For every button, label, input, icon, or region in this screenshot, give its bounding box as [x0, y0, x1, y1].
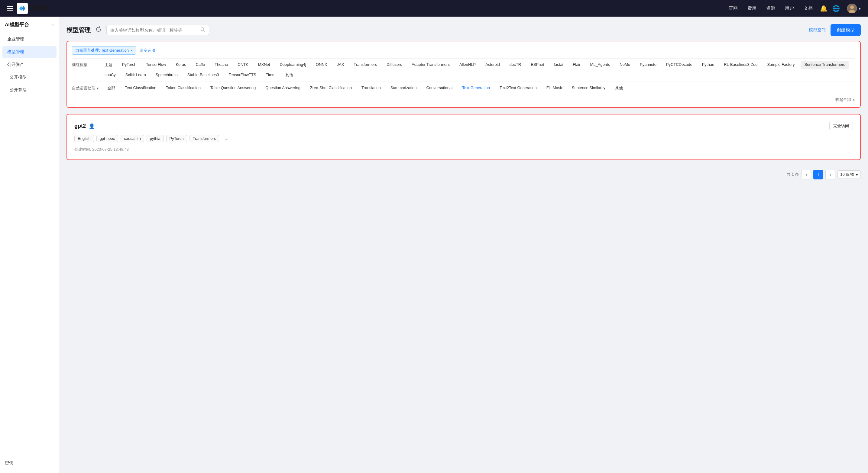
filter-tag-nlp[interactable]: Translation [358, 84, 384, 92]
filter-tag-framework[interactable]: Pythae [699, 61, 718, 69]
model-created-time: 创建时间: 2023-07-25 18:48:43 [74, 147, 853, 152]
filter-tag-framework[interactable]: Transformers [350, 61, 380, 69]
filter-tag-framework[interactable]: spaCy [101, 71, 119, 79]
nlp-arrow-icon: ▾ [97, 86, 99, 91]
filter-tag-framework[interactable]: Theano [211, 61, 231, 69]
filter-tag-framework[interactable]: Speechbrain [152, 71, 181, 79]
filter-tag-framework[interactable]: Pyannote [636, 61, 660, 69]
nav-docs[interactable]: 文档 [804, 5, 813, 11]
filter-tag-nlp[interactable]: 其他 [612, 84, 626, 92]
sidebar-item-public-models[interactable]: 公开模型 [2, 72, 57, 83]
sidebar-item-enterprise[interactable]: 企业管理 [2, 34, 57, 45]
active-filter-close-icon[interactable]: × [130, 48, 133, 53]
collapse-all-label: 收起全部 [835, 97, 851, 102]
hamburger-menu[interactable] [7, 6, 13, 10]
sidebar-item-model-management[interactable]: 模型管理 [2, 46, 57, 58]
model-tag: gpt-neox [96, 135, 119, 142]
pagination-page-1[interactable]: 1 [813, 170, 823, 179]
filter-tag-nlp[interactable]: Table Question Answering [207, 84, 259, 92]
filter-tag-framework[interactable]: MXNet [254, 61, 274, 69]
filter-tag-framework[interactable]: Flair [569, 61, 584, 69]
filter-tag-framework[interactable]: CNTK [234, 61, 252, 69]
filter-tag-nlp[interactable]: 全部 [104, 84, 119, 92]
create-model-button[interactable]: 创建模型 [831, 24, 861, 36]
filter-tag-nlp[interactable]: Text2Text Generation [496, 84, 540, 92]
filter-tag-framework[interactable]: ESPnet [527, 61, 548, 69]
filter-tag-framework[interactable]: Asteroid [482, 61, 503, 69]
clear-filters-button[interactable]: 清空选项 [140, 48, 155, 53]
notification-icon[interactable]: 🔔 [820, 5, 828, 12]
filter-tag-nlp[interactable]: Question Answering [262, 84, 304, 92]
refresh-button[interactable] [95, 26, 101, 34]
filter-label-framework: 训练框架 [72, 61, 96, 68]
filter-tag-nlp[interactable]: Fill-Mask [543, 84, 566, 92]
filter-tag-framework[interactable]: ML_Agents [587, 61, 614, 69]
nav-official-site[interactable]: 官网 [729, 5, 738, 11]
filter-tag-framework[interactable]: docTR [506, 61, 525, 69]
filter-tag-framework[interactable]: fastai [550, 61, 567, 69]
model-tag: PyTorch [166, 135, 187, 142]
top-navigation: 大装置 官网 费用 资源 用户 文档 🔔 🌐 ▾ [0, 0, 868, 17]
filter-tag-framework[interactable]: TensorFlow [142, 61, 169, 69]
filter-label-nlp: 自然语言处理 ▾ [72, 84, 99, 91]
filter-tag-nlp[interactable]: Text Classification [121, 84, 160, 92]
search-input[interactable] [110, 28, 198, 33]
sidebar-collapse-button[interactable]: ≡ [51, 22, 54, 28]
page-size-selector[interactable]: 10 条/页 ▾ [837, 170, 861, 179]
filter-tag-framework[interactable]: 其他 [282, 71, 297, 79]
page-title: 模型管理 [66, 26, 91, 34]
access-badge[interactable]: 完全访问 [829, 122, 853, 130]
filter-tag-framework[interactable]: RL-Baselines3-Zoo [720, 61, 761, 69]
pagination: 共 1 条 ‹ 1 › 10 条/页 ▾ [66, 165, 861, 184]
filter-tag-nlp[interactable]: Sentence Similarity [568, 84, 609, 92]
filter-tag-nlp[interactable]: Summarization [387, 84, 421, 92]
filter-tag-framework[interactable]: TensorFlowTTS [225, 71, 260, 79]
filter-tag-framework[interactable]: Timm [262, 71, 279, 79]
nav-links: 官网 费用 资源 用户 文档 [729, 5, 813, 11]
filter-tag-framework[interactable]: Adapter Transformers [408, 61, 453, 69]
pagination-next-button[interactable]: › [826, 170, 835, 179]
filter-tag-framework[interactable]: PyTorch [119, 61, 140, 69]
filter-tag-framework[interactable]: Caffe [192, 61, 209, 69]
filter-tag-framework[interactable]: Diffusers [383, 61, 406, 69]
filter-tag-framework[interactable]: Scikit Learn [122, 71, 150, 79]
filter-tag-framework[interactable]: Sentence Transformers [801, 61, 849, 69]
sidebar-item-public-assets[interactable]: 公开资产 [2, 59, 57, 70]
pagination-prev-button[interactable]: ‹ [801, 170, 811, 179]
globe-icon[interactable]: 🌐 [832, 5, 840, 12]
filter-tag-framework[interactable]: NeMo [616, 61, 634, 69]
avatar-area[interactable]: ▾ [847, 4, 861, 13]
filter-tag-nlp[interactable]: Text Generation [459, 84, 494, 92]
filter-tag-framework[interactable]: ONNX [312, 61, 331, 69]
nav-pricing[interactable]: 费用 [747, 5, 756, 11]
filter-tag-framework[interactable]: 主题 [101, 61, 116, 69]
filter-tag-framework[interactable]: Deeplearning4j [276, 61, 309, 69]
filter-tags-framework: 主题PyTorchTensorFlowKerasCaffeTheanoCNTKM… [101, 61, 855, 79]
filter-tag-framework[interactable]: AllenNLP [456, 61, 479, 69]
model-space-link[interactable]: 模型空间 [809, 28, 826, 33]
filter-tag-framework[interactable]: Stable-Baselines3 [184, 71, 223, 79]
nav-icons: 🔔 🌐 ▾ [820, 4, 861, 13]
logo-area: 大装置 [17, 3, 46, 14]
filter-tag-framework[interactable]: Sample Factory [764, 61, 798, 69]
model-card-gpt2: gpt2 👤 完全访问 Englishgpt-neoxcausal-lmpyth… [66, 114, 861, 160]
filter-tag-framework[interactable]: PyCTCDecode [662, 61, 696, 69]
filter-tag-framework[interactable]: Keras [172, 61, 189, 69]
model-tag: pythia [147, 135, 164, 142]
sidebar-item-public-algorithms[interactable]: 公开算法 [2, 84, 57, 96]
filter-section-nlp: 自然语言处理 ▾ 全部Text ClassificationToken Clas… [72, 81, 855, 95]
avatar-chevron: ▾ [859, 6, 861, 11]
sidebar-item-key[interactable]: 密钥 [5, 458, 54, 468]
nav-users[interactable]: 用户 [785, 5, 794, 11]
filter-tag-nlp[interactable]: Zreo-Shot Classification [306, 84, 355, 92]
page-header: 模型管理 模型空间 创建模型 [66, 24, 861, 36]
filter-tag-nlp[interactable]: Token Classification [162, 84, 204, 92]
model-name-area: gpt2 👤 [74, 123, 95, 129]
collapse-all[interactable]: 收起全部 ∧ [72, 97, 855, 102]
sidebar-footer: 密钥 [0, 453, 59, 473]
filter-tag-nlp[interactable]: Conversational [423, 84, 456, 92]
model-user-icon: 👤 [89, 123, 95, 129]
filter-tag-framework[interactable]: JAX [333, 61, 347, 69]
model-tag: English [74, 135, 94, 142]
nav-resources[interactable]: 资源 [766, 5, 775, 11]
